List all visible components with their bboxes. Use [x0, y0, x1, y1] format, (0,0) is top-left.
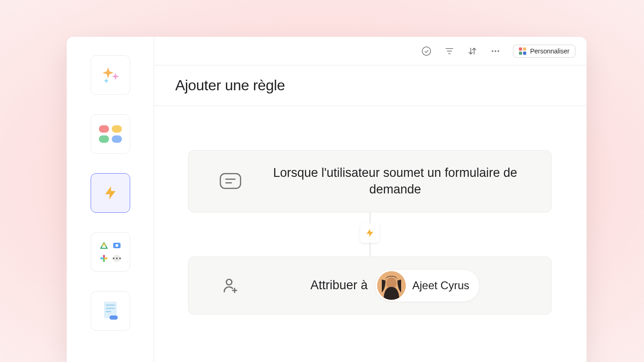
- svg-point-1: [115, 244, 118, 247]
- action-card[interactable]: Attribuer à: [188, 257, 552, 315]
- sidebar-item-apps[interactable]: [91, 232, 130, 272]
- svg-point-13: [495, 50, 497, 52]
- svg-rect-15: [220, 174, 241, 188]
- sort-arrows-icon[interactable]: [467, 46, 478, 57]
- fields-icon: [99, 125, 122, 143]
- connector-bolt-icon: [360, 223, 380, 243]
- form-doc-icon: [100, 300, 121, 322]
- sparkles-icon: [100, 64, 121, 86]
- assignee-avatar: [377, 271, 406, 300]
- customize-label: Personnaliser: [530, 47, 569, 55]
- assignee-name: Ajeet Cyrus: [412, 279, 469, 292]
- svg-point-11: [422, 47, 431, 55]
- trigger-text: Lorsque l'utilisateur soumet un formulai…: [256, 164, 535, 198]
- main-area: Personnaliser Ajouter une règle Lorsque …: [154, 37, 586, 362]
- bolt-icon: [103, 185, 118, 201]
- title-row: Ajouter une règle: [154, 65, 586, 106]
- customize-button[interactable]: Personnaliser: [513, 45, 575, 58]
- form-icon: [205, 171, 256, 191]
- sidebar-item-fields[interactable]: [91, 114, 130, 154]
- trigger-card[interactable]: Lorsque l'utilisateur soumet un formulai…: [188, 150, 552, 212]
- sidebar-item-forms[interactable]: [91, 291, 130, 331]
- filter-lines-icon[interactable]: [444, 46, 455, 57]
- more-icon[interactable]: [490, 46, 501, 57]
- action-label: Attribuer à: [310, 278, 368, 292]
- svg-rect-7: [106, 304, 115, 306]
- svg-rect-10: [109, 315, 118, 320]
- customize-logo-icon: [519, 47, 526, 55]
- svg-point-16: [226, 279, 232, 285]
- topbar: Personnaliser: [154, 37, 586, 65]
- apps-icon: [99, 241, 121, 263]
- svg-point-14: [498, 50, 500, 52]
- assignee-pill[interactable]: Ajeet Cyrus: [375, 269, 480, 302]
- rule-canvas: Lorsque l'utilisateur soumet un formulai…: [154, 106, 586, 362]
- svg-rect-5: [104, 257, 108, 259]
- assign-user-icon: [205, 277, 256, 294]
- sidebar-item-rules[interactable]: [91, 173, 130, 213]
- app-window: Personnaliser Ajouter une règle Lorsque …: [67, 37, 586, 362]
- svg-rect-8: [106, 308, 115, 309]
- svg-point-12: [492, 50, 494, 52]
- svg-rect-9: [106, 311, 111, 312]
- sidebar: [67, 37, 154, 362]
- check-circle-icon[interactable]: [421, 46, 432, 57]
- sidebar-item-sparkles[interactable]: [91, 55, 130, 95]
- rule-connector: [188, 212, 552, 257]
- page-title: Ajouter une règle: [175, 77, 285, 94]
